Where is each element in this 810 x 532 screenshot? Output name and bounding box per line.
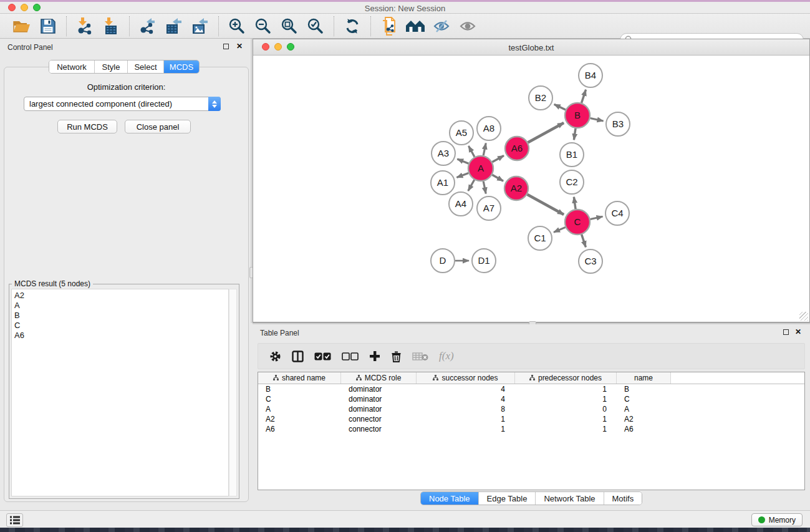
zoom-in-icon[interactable]	[226, 16, 248, 36]
cell-successor-nodes[interactable]: 1	[417, 424, 515, 434]
graph-node-C4[interactable]: C4	[605, 201, 629, 225]
zoom-fit-icon[interactable]	[279, 16, 300, 36]
mcds-list-scrollbar[interactable]	[229, 289, 237, 496]
edge-C-C3[interactable]	[582, 235, 586, 247]
mcds-result-item[interactable]: B	[14, 311, 228, 321]
window-resize-grip[interactable]	[799, 312, 808, 321]
network-file-icon[interactable]	[378, 16, 400, 36]
table-row[interactable]: Bdominator41B	[258, 384, 804, 394]
cell-predecessor-nodes[interactable]: 1	[515, 414, 617, 424]
cell-MCDS-role[interactable]: dominator	[341, 384, 417, 394]
tab-edge-table[interactable]: Edge Table	[479, 492, 536, 505]
tab-style[interactable]: Style	[95, 60, 128, 73]
zoom-selected-icon[interactable]	[305, 16, 326, 36]
edge-C-C4[interactable]	[591, 216, 603, 219]
close-panel-icon[interactable]: ✕	[795, 327, 801, 336]
export-table-icon[interactable]	[163, 16, 185, 36]
run-mcds-button[interactable]: Run MCDS	[57, 120, 117, 133]
graph-node-B2[interactable]: B2	[529, 86, 552, 110]
graph-node-A4[interactable]: A4	[449, 192, 473, 216]
edge-A-A2[interactable]	[492, 175, 503, 181]
cell-shared-name[interactable]: A6	[258, 424, 341, 434]
open-folder-icon[interactable]	[11, 16, 32, 36]
edge-B-B1[interactable]	[574, 128, 576, 140]
close-panel-button[interactable]: Close panel	[125, 120, 191, 133]
edge-A6-B[interactable]	[528, 123, 564, 142]
graph-node-D1[interactable]: D1	[472, 249, 496, 273]
cell-name[interactable]: A6	[617, 424, 671, 434]
cell-successor-nodes[interactable]: 8	[417, 404, 515, 414]
cell-MCDS-role[interactable]: dominator	[341, 404, 417, 414]
float-panel-icon[interactable]	[783, 329, 789, 335]
edge-A-A4[interactable]	[468, 180, 475, 191]
edge-B-B3[interactable]	[591, 118, 604, 121]
edge-A2-C[interactable]	[528, 195, 564, 215]
mcds-result-list[interactable]: A2ABCA6	[11, 289, 229, 496]
graph-node-D[interactable]: D	[431, 249, 455, 273]
export-image-icon[interactable]	[190, 16, 211, 36]
graph-node-A3[interactable]: A3	[432, 142, 455, 165]
cell-successor-nodes[interactable]: 1	[417, 414, 515, 424]
graph-node-A6[interactable]: A6	[505, 137, 529, 160]
export-network-icon[interactable]	[137, 16, 158, 36]
cell-name[interactable]: A	[617, 404, 671, 414]
cell-shared-name[interactable]: A2	[258, 414, 341, 424]
column-header-name[interactable]: name	[617, 372, 671, 384]
delete-column-icon[interactable]	[391, 351, 402, 362]
edge-A-A6[interactable]	[492, 156, 504, 162]
graph-node-B[interactable]: B	[565, 103, 590, 128]
close-panel-icon[interactable]: ✕	[236, 42, 243, 51]
settings-gear-icon[interactable]	[269, 351, 281, 362]
graph-node-A1[interactable]: A1	[431, 171, 455, 195]
table-row[interactable]: Adominator80A	[258, 404, 804, 414]
memory-button[interactable]: Memory	[751, 513, 803, 526]
cell-name[interactable]: A2	[617, 414, 671, 424]
cell-shared-name[interactable]: B	[258, 384, 341, 394]
graph-node-A8[interactable]: A8	[477, 117, 501, 140]
mcds-result-item[interactable]: A2	[14, 291, 228, 301]
network-canvas[interactable]: AA6A2BCA5A8A3A1A4A7B2B4B3B1C2C4C1C3DD1	[253, 56, 809, 322]
edge-A-A8[interactable]	[483, 143, 486, 156]
graph-node-A2[interactable]: A2	[504, 177, 528, 200]
table-row[interactable]: A2connector11A2	[258, 414, 804, 424]
edge-C-C2[interactable]	[574, 197, 576, 209]
cell-name[interactable]: B	[617, 384, 671, 394]
mcds-result-item[interactable]: C	[14, 321, 228, 331]
column-header-MCDS-role[interactable]: MCDS role	[341, 372, 417, 384]
import-network-icon[interactable]	[74, 16, 95, 36]
float-panel-icon[interactable]	[223, 44, 229, 49]
select-all-columns-icon[interactable]	[314, 352, 331, 360]
edge-A-A5[interactable]	[468, 146, 475, 157]
graph-node-C2[interactable]: C2	[560, 170, 584, 194]
save-icon[interactable]	[37, 16, 59, 36]
table-row[interactable]: A6connector11A6	[258, 424, 804, 434]
cell-successor-nodes[interactable]: 4	[417, 384, 515, 394]
refresh-icon[interactable]	[342, 16, 363, 36]
cell-predecessor-nodes[interactable]: 1	[515, 424, 617, 434]
cell-name[interactable]: C	[617, 394, 671, 404]
edge-A-A7[interactable]	[483, 181, 486, 194]
tab-network[interactable]: Network	[49, 60, 95, 73]
home-icon[interactable]	[405, 16, 426, 36]
column-header-successor-nodes[interactable]: successor nodes	[417, 372, 515, 384]
edge-B-B4[interactable]	[582, 90, 586, 103]
tab-select[interactable]: Select	[128, 60, 164, 73]
criterion-dropdown[interactable]: largest connected component (directed)	[24, 97, 221, 111]
mcds-result-item[interactable]: A	[14, 301, 228, 311]
graph-node-C3[interactable]: C3	[579, 249, 602, 273]
import-table-icon[interactable]	[100, 16, 122, 36]
graph-node-A7[interactable]: A7	[477, 196, 501, 220]
hide-graphics-details-icon[interactable]	[431, 16, 452, 36]
cell-MCDS-role[interactable]: dominator	[341, 394, 417, 404]
column-header-predecessor-nodes[interactable]: predecessor nodes	[515, 372, 617, 384]
add-column-icon[interactable]	[369, 351, 380, 362]
cell-shared-name[interactable]: A	[258, 404, 341, 414]
table-row[interactable]: Cdominator41C	[258, 394, 804, 404]
graph-node-C1[interactable]: C1	[528, 226, 552, 250]
edge-C-C1[interactable]	[554, 227, 566, 232]
cell-MCDS-role[interactable]: connector	[341, 424, 417, 434]
cell-predecessor-nodes[interactable]: 1	[515, 384, 617, 394]
zoom-out-icon[interactable]	[253, 16, 274, 36]
cell-predecessor-nodes[interactable]: 1	[515, 394, 617, 404]
show-graphics-details-icon[interactable]	[457, 16, 478, 36]
